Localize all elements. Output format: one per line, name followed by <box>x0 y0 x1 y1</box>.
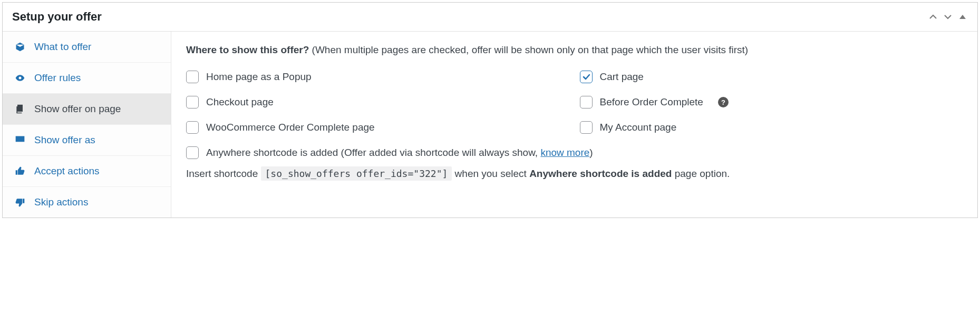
sidebar-item-show-offer-as[interactable]: Show offer as <box>3 125 171 156</box>
option-label: Home page as a Popup <box>206 71 312 83</box>
eye-icon <box>14 72 26 84</box>
shortcode-code: [so_show_offers offer_ids="322"] <box>261 166 452 181</box>
option-label: Checkout page <box>206 96 274 108</box>
main-content: Where to show this offer? (When multiple… <box>171 32 977 218</box>
thumbs-up-icon <box>14 165 26 177</box>
shortcode-pre: Insert shortcode <box>186 168 261 179</box>
option-label: Before Order Complete <box>600 96 703 108</box>
panel-move-down-button[interactable] <box>943 12 953 22</box>
panel-toggle-button[interactable] <box>957 12 968 22</box>
checkbox-home-popup[interactable] <box>186 71 199 83</box>
option-my-account[interactable]: My Account page <box>580 121 963 134</box>
sidebar-item-show-offer-on-page[interactable]: Show offer on page <box>3 94 171 125</box>
know-more-link[interactable]: know more <box>540 147 589 158</box>
option-cart-page[interactable]: Cart page <box>580 71 963 83</box>
sidebar-item-label: Show offer as <box>34 134 95 146</box>
shortcode-post: page option. <box>675 168 730 179</box>
checkbox-cart-page[interactable] <box>580 71 593 83</box>
option-label: My Account page <box>600 122 677 133</box>
heading-note: (When multiple pages are checked, offer … <box>312 44 749 55</box>
sidebar-item-skip-actions[interactable]: Skip actions <box>3 187 171 218</box>
sidebar-item-what-to-offer[interactable]: What to offer <box>3 32 171 63</box>
heading-question: Where to show this offer? <box>186 44 309 55</box>
anywhere-note-pre: (Offer added via shortcode will always s… <box>341 147 541 158</box>
checkbox-before-order-complete[interactable] <box>580 96 593 108</box>
help-icon[interactable]: ? <box>718 97 729 107</box>
anywhere-note-post: ) <box>589 147 593 158</box>
panel-move-up-button[interactable] <box>928 12 938 22</box>
anywhere-label: Anywhere shortcode is added <box>206 147 338 158</box>
sidebar: What to offer Offer rules Show offer on … <box>3 32 171 218</box>
checkbox-woo-order-complete[interactable] <box>186 121 199 134</box>
checkbox-my-account[interactable] <box>580 121 593 134</box>
monitor-icon <box>14 134 26 146</box>
sidebar-item-offer-rules[interactable]: Offer rules <box>3 63 171 94</box>
option-label: WooCommerce Order Complete page <box>206 122 375 133</box>
shortcode-mid: when you select <box>455 168 530 179</box>
options-grid: Home page as a Popup Cart page Checkout … <box>186 71 963 134</box>
panel-title: Setup your offer <box>12 10 102 24</box>
shortcode-bold: Anywhere shortcode is added <box>529 168 672 179</box>
sidebar-item-label: Offer rules <box>34 72 81 84</box>
pages-icon <box>14 103 26 115</box>
panel-body: What to offer Offer rules Show offer on … <box>3 32 977 218</box>
checkbox-checkout[interactable] <box>186 96 199 108</box>
sidebar-item-label: What to offer <box>34 41 91 53</box>
option-before-order-complete[interactable]: Before Order Complete ? <box>580 96 963 108</box>
sidebar-item-label: Show offer on page <box>34 103 121 115</box>
box-icon <box>14 41 26 53</box>
thumbs-down-icon <box>14 196 26 208</box>
panel-header: Setup your offer <box>3 3 977 32</box>
panel-controls <box>928 12 968 22</box>
option-home-popup[interactable]: Home page as a Popup <box>186 71 569 83</box>
option-woo-order-complete[interactable]: WooCommerce Order Complete page <box>186 121 569 134</box>
section-heading: Where to show this offer? (When multiple… <box>186 44 963 56</box>
option-checkout[interactable]: Checkout page <box>186 96 569 108</box>
sidebar-item-label: Skip actions <box>34 196 88 208</box>
sidebar-item-label: Accept actions <box>34 165 100 177</box>
option-anywhere-shortcode[interactable]: Anywhere shortcode is added (Offer added… <box>186 146 963 159</box>
checkbox-anywhere-shortcode[interactable] <box>186 146 199 159</box>
shortcode-instruction: Insert shortcode [so_show_offers offer_i… <box>186 165 963 182</box>
setup-offer-panel: Setup your offer What to offer <box>2 2 978 218</box>
option-label: Cart page <box>600 71 644 83</box>
sidebar-item-accept-actions[interactable]: Accept actions <box>3 156 171 187</box>
